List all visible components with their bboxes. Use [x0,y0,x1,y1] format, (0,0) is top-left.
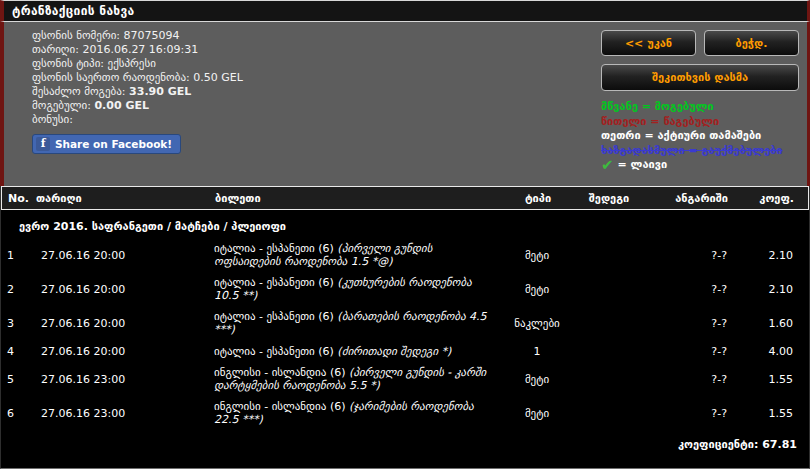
bet-date-line: თარიღი: 2016.06.27 16:09:31 [32,43,243,57]
match-name: იტალია - ესპანეთი (6) [214,310,334,323]
match-name: იტალია - ესპანეთი (6) [214,242,334,255]
bet-type-value: ექსპრესი [108,57,156,70]
possible-win-value: 33.90 GEL [129,85,191,98]
cell-date: 27.06.16 20:00 [31,283,199,296]
bet-date-label: თარიღი: [32,43,79,56]
bets-table: No. თარიღი ბილეთი ტიპი შედეგი ანგარიში კ… [0,186,810,469]
legend-live-label: = ლაივი [618,158,668,173]
cell-type: მეტი [499,407,575,420]
cell-ticket: ინგლისი - ისლანდია (6) (ჯარიმების რაოდენ… [199,400,499,426]
cell-date: 27.06.16 23:00 [31,407,199,420]
table-row: 3 27.06.16 20:00 იტალია - ესპანეთი (6) (… [1,306,809,340]
cell-no: 4 [1,345,31,358]
tournament-section-header: ევრო 2016. საფრანგეთი / მატჩები / პლეიოფ… [1,210,809,238]
cell-no: 6 [1,407,31,420]
match-name: იტალია - ესპანეთი (6) [214,276,334,289]
cell-coef: 2.10 [727,249,805,262]
cell-type: მეტი [499,283,575,296]
bet-type-line: ფსონის ტიპი: ექსპრესი [32,57,243,71]
cell-ticket: იტალია - ესპანეთი (6) (ძირითადი შედეგი *… [199,345,499,358]
total-coefficient-label: კოეფიციენტი: [678,438,758,451]
facebook-share-label: Share on Facebook! [55,138,172,150]
cell-score: ?-? [641,317,727,330]
cell-score: ?-? [641,373,727,386]
header-no: No. [2,192,32,205]
match-name: იტალია - ესპანეთი (6) [214,345,334,358]
cell-coef: 2.10 [727,283,805,296]
page-title-bar: ტრანზაქციის ნახვა [0,0,810,22]
cell-date: 27.06.16 20:00 [31,345,199,358]
bet-info-section: ფსონის ნომერი: 87075094 თარიღი: 2016.06.… [0,22,810,186]
header-ticket: ბილეთი [200,192,500,205]
cell-no: 5 [1,373,31,386]
possible-win-label: შესაძლო მოგება: [32,85,126,98]
bet-amount-line: ფსონის საერთო რაოდენობა: 0.50 GEL [32,71,243,85]
cell-ticket: იტალია - ესპანეთი (6) (კუთხურების რაოდენ… [199,276,499,302]
cell-coef: 1.60 [727,317,805,330]
header-result: შედეგი [576,192,642,205]
won-value: 0.00 GEL [94,99,149,112]
facebook-share-button[interactable]: f Share on Facebook! [32,134,181,154]
back-button[interactable]: << უკან [601,30,696,56]
possible-win-line: შესაძლო მოგება: 33.90 GEL [32,85,243,99]
bonus-line: ბონუსი: [32,113,243,127]
table-row: 4 27.06.16 20:00 იტალია - ესპანეთი (6) (… [1,340,809,362]
table-row: 6 27.06.16 23:00 ინგლისი - ისლანდია (6) … [1,396,809,430]
cell-ticket: იტალია - ესპანეთი (6) (პირველი გუნდის ოფ… [199,242,499,268]
bet-type-label: ფსონის ტიპი: [32,57,104,70]
header-coef: კოეფ. [728,192,806,205]
cell-type: ნაკლები [499,317,575,330]
button-row: << უკან ბეჭდ. [601,30,799,56]
table-row: 5 27.06.16 23:00 ინგლისი - ისლანდია (6) … [1,362,809,396]
page-title: ტრანზაქციის ნახვა [12,4,135,18]
result-color-legend: მწვანე = მოგებული წითელი = წაგებული თეთრ… [601,100,799,173]
bet-detail: (ძირითადი შედეგი *) [337,345,451,358]
facebook-icon: f [36,137,50,151]
ask-question-button[interactable]: შეკითხვის დასმა [601,64,799,91]
checkmark-icon: ✔ [601,158,614,172]
cell-no: 2 [1,283,31,296]
cell-ticket: იტალია - ესპანეთი (6) (ბარათების რაოდენო… [199,310,499,336]
transaction-view-page: ტრანზაქციის ნახვა ფსონის ნომერი: 8707509… [0,0,810,469]
legend-won: მწვანე = მოგებული [601,100,799,115]
cell-score: ?-? [641,249,727,262]
cell-date: 27.06.16 20:00 [31,249,199,262]
cell-type: მეტი [499,249,575,262]
cell-type: 1 [499,345,575,358]
actions-and-legend: << უკან ბეჭდ. შეკითხვის დასმა მწვანე = მ… [601,30,799,173]
legend-cancelled: ხაზგადასმული = გაუქმებულები [601,144,799,159]
print-button[interactable]: ბეჭდ. [704,30,799,56]
cell-coef: 4.00 [727,345,805,358]
bet-amount-label: ფსონის საერთო რაოდენობა: [32,71,190,84]
won-label: მოგებული: [32,99,91,112]
legend-live: ✔ = ლაივი [601,158,799,173]
total-coefficient-value: 67.81 [762,438,797,451]
cell-score: ?-? [641,283,727,296]
bet-number-value: 87075094 [124,29,180,42]
cell-type: მეტი [499,373,575,386]
match-name: ინგლისი - ისლანდია (6) [214,400,345,413]
cell-ticket: ინგლისი - ისლანდია (6) (პირველი გუნდის -… [199,366,499,392]
header-date: თარიღი [32,192,200,205]
table-header-row: No. თარიღი ბილეთი ტიპი შედეგი ანგარიში კ… [1,186,809,210]
legend-active: თეთრი = აქტიური თამაშები [601,129,799,144]
bet-number-label: ფსონის ნომერი: [32,29,120,42]
bet-number-line: ფსონის ნომერი: 87075094 [32,29,243,43]
legend-lost: წითელი = წაგებული [601,115,799,130]
table-row: 2 27.06.16 20:00 იტალია - ესპანეთი (6) (… [1,272,809,306]
cell-coef: 1.55 [727,373,805,386]
cell-no: 1 [1,249,31,262]
cell-coef: 1.55 [727,407,805,420]
bet-date-value: 2016.06.27 16:09:31 [82,43,198,56]
cell-date: 27.06.16 23:00 [31,373,199,386]
bonus-label: ბონუსი: [32,113,73,126]
won-line: მოგებული: 0.00 GEL [32,99,243,113]
cell-date: 27.06.16 20:00 [31,317,199,330]
header-score: ანგარიში [642,192,728,205]
total-coefficient-row: კოეფიციენტი: 67.81 [1,430,809,451]
match-name: ინგლისი - ისლანდია (6) [214,366,345,379]
bet-amount-value: 0.50 GEL [193,71,243,84]
table-row: 1 27.06.16 20:00 იტალია - ესპანეთი (6) (… [1,238,809,272]
cell-no: 3 [1,317,31,330]
cell-score: ?-? [641,345,727,358]
